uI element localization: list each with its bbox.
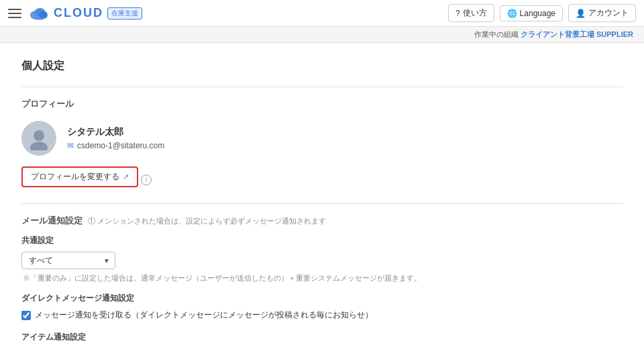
org-name: クライアント背景工場 SUPPLIER xyxy=(521,30,633,38)
language-icon: 🌐 xyxy=(507,9,517,18)
header-left: CLOUD 在庫支援 xyxy=(8,5,142,21)
common-settings-section: 共通設定 すべて 重要のみ 通知しない ▼ ※「重要のみ」に設定した場合は、通常… xyxy=(21,235,623,283)
logo-text: CLOUD xyxy=(54,6,103,20)
svg-point-4 xyxy=(34,130,44,141)
header: CLOUD 在庫支援 ? 使い方 🌐 Language 👤 アカウント xyxy=(0,0,644,27)
language-label: Language xyxy=(520,9,555,18)
logo-area: CLOUD 在庫支援 xyxy=(28,5,142,21)
profile-row: シタテル太郎 ✉ csdemo-1@sitateru.com xyxy=(21,121,623,156)
email-icon: ✉ xyxy=(67,141,74,150)
profile-change-button[interactable]: プロフィールを変更する ↗ xyxy=(21,166,138,187)
common-section-title: 共通設定 xyxy=(21,235,623,246)
mail-section-label: メール通知設定 xyxy=(21,215,83,227)
item-section: アイテム通知設定 メッセージ通知を受け取る（アイテムにメッセージが投稿される毎に… xyxy=(21,332,623,343)
profile-email-row: ✉ csdemo-1@sitateru.com xyxy=(67,141,164,150)
account-label: アカウント xyxy=(588,7,629,19)
dm-checkbox-label: メッセージ通知を受け取る（ダイレクトメッセージにメッセージが投稿される毎にお知ら… xyxy=(35,309,373,321)
common-select[interactable]: すべて 重要のみ 通知しない xyxy=(21,252,115,269)
avatar-icon xyxy=(27,126,51,150)
dm-checkbox-row: メッセージ通知を受け取る（ダイレクトメッセージにメッセージが投稿される毎にお知ら… xyxy=(21,309,623,321)
divider-1 xyxy=(21,87,623,87)
page-title: 個人設定 xyxy=(21,59,623,73)
hamburger-menu-icon[interactable] xyxy=(8,7,21,20)
account-button[interactable]: 👤 アカウント xyxy=(568,4,636,22)
help-label: 使い方 xyxy=(463,7,487,19)
org-banner: 作業中の組織 クライアント背景工場 SUPPLIER xyxy=(0,27,644,43)
language-button[interactable]: 🌐 Language xyxy=(500,5,563,21)
profile-btn-row: プロフィールを変更する ↗ i xyxy=(21,166,623,193)
logo-badge: 在庫支援 xyxy=(107,7,142,19)
avatar xyxy=(21,121,56,156)
dm-checkbox[interactable] xyxy=(21,311,31,320)
account-icon: 👤 xyxy=(576,9,586,18)
org-prefix: 作業中の組織 xyxy=(474,30,519,38)
divider-2 xyxy=(21,203,623,204)
help-button[interactable]: ? 使い方 xyxy=(448,4,494,22)
svg-point-5 xyxy=(30,142,48,150)
profile-name: シタテル太郎 xyxy=(67,126,164,138)
profile-email: csdemo-1@sitateru.com xyxy=(77,141,164,150)
setting-note: ※「重要のみ」に設定した場合は、通常メッセージ（ユーザーが送信したもの）＋重要シ… xyxy=(23,273,623,283)
common-select-wrapper: すべて 重要のみ 通知しない ▼ xyxy=(21,252,115,269)
header-right: ? 使い方 🌐 Language 👤 アカウント xyxy=(448,4,636,22)
dm-section: ダイレクトメッセージ通知設定 メッセージ通知を受け取る（ダイレクトメッセージにメ… xyxy=(21,293,623,321)
cloud-logo-icon xyxy=(28,5,50,21)
main-content: 個人設定 プロフィール シタテル太郎 ✉ csdemo-1@sitateru.c… xyxy=(0,43,644,343)
profile-section-title: プロフィール xyxy=(21,98,623,110)
external-link-icon: ↗ xyxy=(123,173,129,181)
profile-info: シタテル太郎 ✉ csdemo-1@sitateru.com xyxy=(67,126,164,150)
help-icon: ? xyxy=(455,9,460,18)
item-section-title: アイテム通知設定 xyxy=(21,332,623,343)
dm-section-title: ダイレクトメッセージ通知設定 xyxy=(21,293,623,304)
mail-section-title-row: メール通知設定 ① メンションされた場合は、設定によらず必ずメッセージ通知されま… xyxy=(21,215,623,227)
profile-change-label: プロフィールを変更する xyxy=(31,171,119,183)
mail-section-note: ① メンションされた場合は、設定によらず必ずメッセージ通知されます xyxy=(88,216,326,226)
info-icon[interactable]: i xyxy=(141,175,152,185)
svg-point-3 xyxy=(39,11,48,17)
